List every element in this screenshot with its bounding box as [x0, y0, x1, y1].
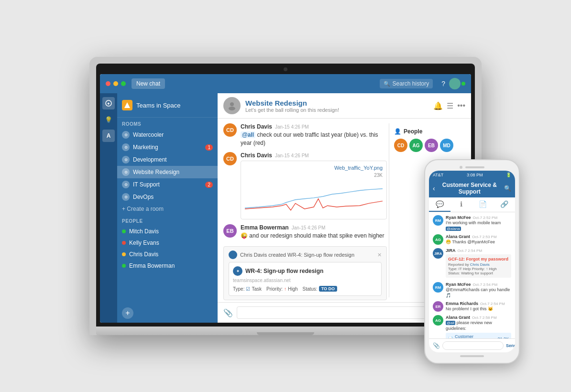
sidebar-person-chris[interactable]: Chris Davis — [117, 249, 218, 260]
people-avatar-3[interactable]: EB — [425, 139, 438, 152]
room-icon: ⚙ — [122, 131, 130, 139]
main-layout: ✦ 💡 A Teams in Space — [100, 93, 471, 323]
room-name: Marketing — [133, 144, 158, 151]
sidebar-room-devops[interactable]: ⚙ DevOps — [117, 191, 218, 203]
room-badge: 2 — [205, 182, 213, 188]
svg-point-3 — [230, 102, 234, 106]
phone-tab-info[interactable]: ℹ — [450, 197, 472, 212]
msg-text: @all check out our web traffic last year… — [241, 131, 387, 147]
sidebar-room-watercooler[interactable]: ⚙ Watercooler — [117, 129, 218, 141]
status-dot-green — [122, 264, 126, 268]
phone-msg-time: Oct-7 2:54 PM — [473, 283, 498, 287]
person-name: Chris Davis — [129, 251, 158, 258]
sidebar-room-it-support[interactable]: ⚙ IT Support 2 — [117, 178, 218, 191]
sidebar-room-marketing[interactable]: ⚙ Marketing 1 — [117, 141, 218, 153]
icon-bar-a[interactable]: A — [102, 130, 115, 142]
phone-file-attachment[interactable]: 📄 Customer Supp...delines.docx 21.2K — [446, 333, 511, 339]
more-icon[interactable]: ••• — [457, 101, 465, 110]
phone-notch-dot — [460, 166, 462, 169]
phone-home-indicator[interactable] — [460, 355, 484, 357]
phone-search-icon[interactable]: 🔍 — [504, 185, 511, 192]
sidebar-room-website-redesign[interactable]: ⚙ Website Redesign — [117, 166, 218, 178]
phone-nav-bar: ‹ Customer Service & Support 🔍 — [429, 179, 515, 197]
jira-close-icon[interactable]: ✕ — [377, 252, 382, 258]
rooms-label: ROOMS — [117, 118, 218, 129]
msg-avatar-emma: EB — [223, 224, 237, 238]
people-avatar-4[interactable]: MD — [440, 139, 453, 152]
search-icon: 🔍 — [384, 81, 390, 87]
phone-notch-bar — [465, 166, 484, 168]
jira-reporter: Chris Davis — [470, 262, 490, 267]
sidebar-person-kelly[interactable]: Kelly Evans — [117, 237, 218, 249]
room-name: DevOps — [133, 194, 154, 200]
people-avatars: CD AG EB MD — [394, 139, 461, 152]
menu-icon[interactable]: ☰ — [447, 101, 453, 110]
chat-room-desc: Let's get the ball rolling on this redes… — [245, 107, 433, 113]
phone-time: 3:08 PM — [467, 173, 483, 177]
user-avatar[interactable] — [449, 78, 461, 89]
icon-bar-lightbulb[interactable]: 💡 — [102, 113, 115, 126]
phone-tab-files[interactable]: 📄 — [472, 197, 494, 212]
message-row: EB Emma Bowerman Jan-15 4:26 PM 😜 and ou… — [223, 224, 387, 240]
icon-bar-home[interactable]: ✦ — [102, 97, 115, 109]
close-dot[interactable] — [106, 81, 110, 86]
person-name: Emma Bowerman — [129, 262, 175, 269]
phone-attach-icon[interactable]: 📎 — [433, 342, 440, 349]
title-bar-dots — [106, 81, 126, 86]
phone-avatar-alana2: AG — [433, 315, 443, 326]
search-bar[interactable]: 🔍 Search history — [380, 79, 433, 88]
phone-msg-alana2: AG Alana Grant Oct-7 2:58 PM @all please… — [433, 315, 511, 338]
chat-header-avatar — [223, 97, 241, 114]
jira-message: Chris Davis created WR-4: Sign-up flow r… — [223, 246, 387, 300]
phone-msg-jira: JIRA JIRA Oct-7 2:54 PM GCF-12: Forgot m… — [433, 248, 511, 279]
new-chat-button[interactable]: New chat — [132, 78, 165, 89]
phone-tab-link[interactable]: 🔗 — [494, 197, 515, 212]
phone-screen: AT&T 3:08 PM 🔋 ‹ Customer Service & Supp… — [429, 171, 515, 352]
phone-avatar-emma: ER — [433, 301, 443, 312]
room-icon: ⚙ — [122, 168, 130, 176]
sidebar-person-emma[interactable]: Emma Bowerman — [117, 260, 218, 272]
msg-author: Chris Davis — [241, 152, 272, 159]
add-button[interactable]: + — [122, 307, 133, 319]
msg-body-text: check out our web traffic last year (blu… — [241, 131, 378, 146]
todo-badge: TO DO — [319, 286, 337, 292]
attach-icon[interactable]: 📎 — [223, 308, 233, 317]
phone-avatar-jira: JIRA — [433, 248, 443, 259]
phone-tab-chat[interactable]: 💬 — [429, 197, 450, 212]
msg-time: Jan-15 4:26 PM — [275, 153, 309, 158]
search-placeholder: Search history — [393, 80, 429, 87]
chat-header: Website Redesign Let's get the ball roll… — [218, 93, 471, 119]
mention-all: @all — [241, 131, 255, 138]
people-avatar-1[interactable]: CD — [394, 139, 407, 152]
sidebar-room-development[interactable]: ⚙ Development — [117, 153, 218, 166]
phone-msg-time: Oct-7 2:54 PM — [458, 249, 483, 253]
bell-icon[interactable]: 🔔 — [433, 101, 443, 110]
phone-chat-input[interactable] — [442, 341, 504, 350]
title-bar: New chat 🔍 Search history ? — [100, 74, 471, 93]
phone-mention-all: @all — [446, 321, 455, 325]
phone-msg-author: Ryan McFee — [446, 215, 471, 220]
minimize-dot[interactable] — [113, 81, 118, 86]
people-title-text: People — [404, 128, 422, 135]
msg-content: Emma Bowerman Jan-15 4:26 PM 😜 and our r… — [241, 224, 387, 240]
phone-msg-time: Oct-7 2:52 PM — [473, 216, 498, 220]
create-room-button[interactable]: + Create a room — [117, 203, 218, 215]
phone-device: AT&T 3:08 PM 🔋 ‹ Customer Service & Supp… — [424, 159, 520, 364]
sidebar-person-mitch[interactable]: Mitch Davis — [117, 226, 218, 237]
people-icon: 👤 — [394, 128, 401, 135]
msg-time: Jan-15 4:26 PM — [292, 225, 326, 230]
chat-input[interactable] — [237, 306, 452, 319]
phone-send-button[interactable]: Send — [506, 343, 515, 348]
maximize-dot[interactable] — [121, 81, 126, 86]
icon-bar: ✦ 💡 A — [100, 93, 117, 323]
phone-avatar-ryan2: RM — [433, 282, 443, 293]
help-icon[interactable]: ? — [441, 80, 445, 87]
svg-text:✦: ✦ — [107, 101, 110, 106]
phone-room-title: Customer Service & Support — [438, 182, 502, 195]
people-avatar-2[interactable]: AG — [409, 139, 423, 152]
jira-meta: Type: ☑ Task Priority: ↑ — [233, 286, 377, 292]
phone-msg-header: Alana Grant Oct-7 2:58 PM — [446, 315, 511, 320]
phone-messages: RM Ryan McFee Oct-7 2:52 PM I'm working … — [429, 212, 515, 338]
phone-back-button[interactable]: ‹ — [433, 185, 435, 192]
sidebar-team-item[interactable]: Teams in Space — [117, 97, 218, 113]
